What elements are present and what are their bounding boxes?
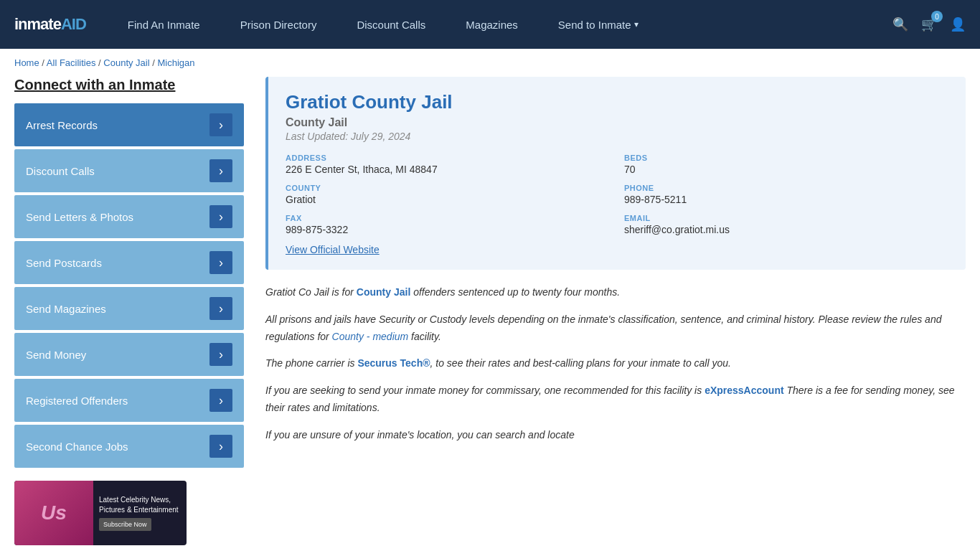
ad-brand-logo: Us bbox=[14, 481, 93, 545]
address-label: ADDRESS bbox=[286, 154, 610, 162]
nav-magazines[interactable]: Magazines bbox=[446, 0, 538, 49]
sidebar-menu: Arrest Records › Discount Calls › Send L… bbox=[14, 103, 244, 468]
chevron-right-icon: › bbox=[209, 297, 232, 320]
chevron-right-icon: › bbox=[209, 205, 232, 228]
breadcrumb-home[interactable]: Home bbox=[14, 57, 39, 68]
fax-label: FAX bbox=[286, 214, 610, 222]
beds-label: BEDS bbox=[624, 154, 948, 162]
cart-badge: 0 bbox=[931, 11, 943, 22]
breadcrumb-all-facilities[interactable]: All Facilities bbox=[47, 57, 96, 68]
send-to-inmate-dropdown-icon: ▾ bbox=[634, 19, 639, 29]
expressaccount-link[interactable]: eXpressAccount bbox=[705, 385, 783, 396]
facility-info-grid: ADDRESS 226 E Center St, Ithaca, MI 4884… bbox=[286, 154, 948, 235]
beds-cell: BEDS 70 bbox=[624, 154, 948, 175]
address-value: 226 E Center St, Ithaca, MI 48847 bbox=[286, 164, 610, 175]
chevron-right-icon: › bbox=[209, 251, 232, 274]
sidebar-item-discount-calls[interactable]: Discount Calls › bbox=[14, 149, 244, 192]
nav-find-inmate[interactable]: Find An Inmate bbox=[108, 0, 220, 49]
main-container: Connect with an Inmate Arrest Records › … bbox=[0, 77, 980, 551]
chevron-right-icon: › bbox=[209, 113, 232, 136]
sidebar-item-send-letters[interactable]: Send Letters & Photos › bbox=[14, 195, 244, 238]
sidebar-item-second-chance-jobs[interactable]: Second Chance Jobs › bbox=[14, 425, 244, 468]
county-cell: COUNTY Gratiot bbox=[286, 184, 610, 205]
email-cell: EMAIL sheriff@co.gratiot.mi.us bbox=[624, 214, 948, 235]
county-value: Gratiot bbox=[286, 194, 610, 205]
sidebar-item-send-money[interactable]: Send Money › bbox=[14, 333, 244, 376]
search-button[interactable]: 🔍 bbox=[892, 17, 908, 32]
fax-value: 989-875-3322 bbox=[286, 224, 610, 235]
address-cell: ADDRESS 226 E Center St, Ithaca, MI 4884… bbox=[286, 154, 610, 175]
chevron-right-icon: › bbox=[209, 159, 232, 182]
facility-content: Gratiot County Jail County Jail Last Upd… bbox=[265, 77, 966, 545]
nav-discount-calls[interactable]: Discount Calls bbox=[336, 0, 446, 49]
desc-paragraph-1: Gratiot Co Jail is for County Jail offen… bbox=[265, 284, 966, 301]
nav-send-to-inmate[interactable]: Send to Inmate ▾ bbox=[538, 0, 659, 49]
facility-name: Gratiot County Jail bbox=[286, 91, 948, 113]
phone-cell: PHONE 989-875-5211 bbox=[624, 184, 948, 205]
header: inmateAID Find An Inmate Prison Director… bbox=[0, 0, 980, 49]
chevron-right-icon: › bbox=[209, 343, 232, 366]
desc-paragraph-2: All prisons and jails have Security or C… bbox=[265, 311, 966, 346]
phone-label: PHONE bbox=[624, 184, 948, 192]
nav-prison-directory[interactable]: Prison Directory bbox=[220, 0, 337, 49]
user-account-button[interactable]: 👤 bbox=[950, 17, 966, 32]
sidebar-item-arrest-records[interactable]: Arrest Records › bbox=[14, 103, 244, 146]
chevron-right-icon: › bbox=[209, 435, 232, 458]
facility-card: Gratiot County Jail County Jail Last Upd… bbox=[265, 77, 966, 270]
county-label: COUNTY bbox=[286, 184, 610, 192]
beds-value: 70 bbox=[624, 164, 948, 175]
desc-paragraph-4: If you are seeking to send your inmate m… bbox=[265, 382, 966, 417]
ad-subscribe-button[interactable]: Subscribe Now bbox=[99, 518, 151, 532]
cart-button[interactable]: 🛒 0 bbox=[921, 17, 937, 32]
sidebar: Connect with an Inmate Arrest Records › … bbox=[14, 77, 244, 545]
facility-description: Gratiot Co Jail is for County Jail offen… bbox=[265, 284, 966, 444]
fax-cell: FAX 989-875-3322 bbox=[286, 214, 610, 235]
breadcrumb: Home / All Facilities / County Jail / Mi… bbox=[0, 49, 980, 77]
chevron-right-icon: › bbox=[209, 389, 232, 412]
sidebar-title: Connect with an Inmate bbox=[14, 77, 244, 93]
view-official-website-link[interactable]: View Official Website bbox=[286, 244, 380, 255]
county-jail-link[interactable]: County Jail bbox=[357, 286, 410, 298]
ad-content: Latest Celebrity News, Pictures & Entert… bbox=[93, 491, 187, 536]
desc-paragraph-5: If you are unsure of your inmate's locat… bbox=[265, 427, 966, 444]
main-nav: Find An Inmate Prison Directory Discount… bbox=[108, 0, 892, 49]
breadcrumb-michigan[interactable]: Michigan bbox=[157, 57, 194, 68]
breadcrumb-county-jail[interactable]: County Jail bbox=[103, 57, 149, 68]
desc-paragraph-3: The phone carrier is Securus Tech®, to s… bbox=[265, 355, 966, 372]
phone-value: 989-875-5211 bbox=[624, 194, 948, 205]
facility-last-updated: Last Updated: July 29, 2024 bbox=[286, 131, 948, 142]
advertisement[interactable]: Us Latest Celebrity News, Pictures & Ent… bbox=[14, 481, 187, 545]
securus-link[interactable]: Securus Tech® bbox=[357, 357, 430, 369]
header-icons: 🔍 🛒 0 👤 bbox=[892, 17, 966, 32]
email-label: EMAIL bbox=[624, 214, 948, 222]
logo-text: inmateAID bbox=[14, 15, 86, 34]
sidebar-item-registered-offenders[interactable]: Registered Offenders › bbox=[14, 379, 244, 422]
county-medium-link[interactable]: County - medium bbox=[332, 331, 409, 342]
facility-type: County Jail bbox=[286, 116, 948, 129]
email-value: sheriff@co.gratiot.mi.us bbox=[624, 224, 948, 235]
sidebar-item-send-magazines[interactable]: Send Magazines › bbox=[14, 287, 244, 330]
sidebar-item-send-postcards[interactable]: Send Postcards › bbox=[14, 241, 244, 284]
logo[interactable]: inmateAID bbox=[14, 15, 86, 34]
